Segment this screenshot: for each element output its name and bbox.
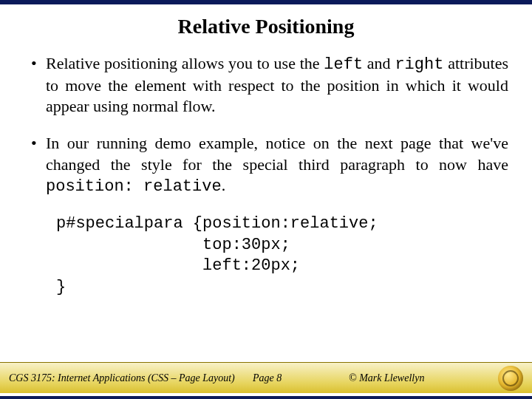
code-block: p#specialpara {position:relative; top:30… (56, 214, 508, 298)
text-segment: Relative positioning allows you to use t… (46, 54, 324, 72)
page-title: Relative Positioning (0, 15, 532, 38)
code-inline: left (324, 55, 363, 74)
footer-logo-wrap (452, 366, 523, 391)
bullet-item-2: In our running demo example, notice on t… (31, 133, 508, 197)
ucf-logo-icon (498, 366, 523, 391)
text-segment: . (222, 176, 226, 194)
text-segment: and (363, 54, 395, 72)
code-inline: right (395, 55, 443, 74)
text-segment: In our running demo example, notice on t… (46, 134, 508, 173)
footer-copyright: © Mark Llewellyn (349, 372, 452, 384)
code-inline: position: relative (46, 177, 222, 196)
footer-page: Page 8 (253, 372, 349, 384)
footer-course: CGS 3175: Internet Applications (CSS – P… (9, 372, 253, 384)
slide: Relative Positioning Relative positionin… (0, 0, 532, 399)
bullet-item-1: Relative positioning allows you to use t… (31, 53, 508, 117)
bullet-list: Relative positioning allows you to use t… (31, 53, 508, 197)
footer-bar: CGS 3175: Internet Applications (CSS – P… (0, 362, 532, 393)
content-area: Relative positioning allows you to use t… (0, 53, 532, 298)
